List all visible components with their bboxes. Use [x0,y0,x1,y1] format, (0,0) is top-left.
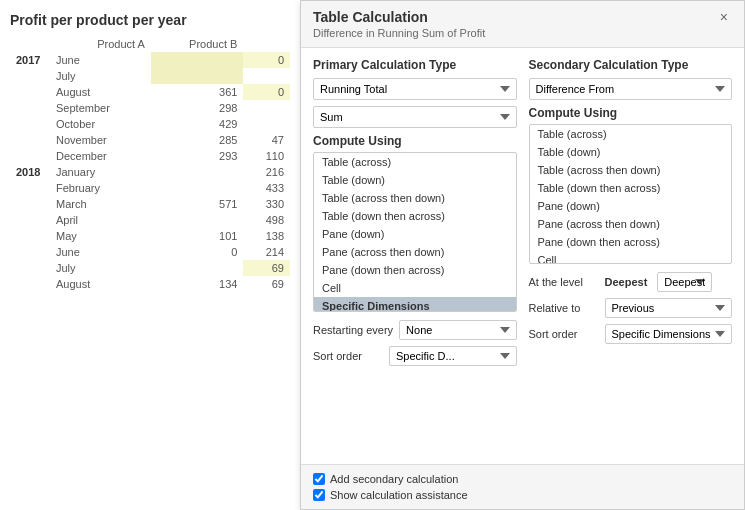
table-row: June0214 [10,244,290,260]
primary-compute-using-label: Compute Using [313,134,517,148]
year-cell [10,84,50,100]
value-a-cell: 298 [151,100,244,116]
year-cell [10,180,50,196]
list-item-cell[interactable]: Cell [314,279,516,297]
restart-every-row: Restarting every None [313,320,517,340]
dialog-title: Table Calculation [313,9,485,25]
footer-checkboxes: Add secondary calculation Show calculati… [313,473,732,501]
sec-list-item-pane-across-then-down[interactable]: Pane (across then down) [530,215,732,233]
sec-list-item-table-down[interactable]: Table (down) [530,143,732,161]
value-a-cell [151,68,244,84]
secondary-compute-using-label: Compute Using [529,106,733,120]
list-item-pane-down-then-across[interactable]: Pane (down then across) [314,261,516,279]
value-a-cell [151,180,244,196]
add-secondary-checkbox-row[interactable]: Add secondary calculation [313,473,732,485]
sec-list-item-pane-down[interactable]: Pane (down) [530,197,732,215]
sec-list-item-table-across[interactable]: Table (across) [530,125,732,143]
sec-list-item-table-across-then-down[interactable]: Table (across then down) [530,161,732,179]
col-header-empty [10,36,50,52]
sort-order-select-right[interactable]: Specific Dimensions [605,324,733,344]
list-item-pane-down[interactable]: Pane (down) [314,225,516,243]
sec-list-item-cell[interactable]: Cell [530,251,732,264]
month-cell: June [50,244,151,260]
year-cell [10,148,50,164]
dialog-header-text: Table Calculation Difference in Running … [313,9,485,39]
list-item-table-down-then-across[interactable]: Table (down then across) [314,207,516,225]
show-assistance-checkbox-row[interactable]: Show calculation assistance [313,489,732,501]
profit-table-panel: Profit per product per year Product A Pr… [0,0,300,510]
add-secondary-checkbox[interactable] [313,473,325,485]
list-item-pane-across-then-down[interactable]: Pane (across then down) [314,243,516,261]
sec-list-item-table-down-then-across[interactable]: Table (down then across) [530,179,732,197]
month-cell: March [50,196,151,212]
relative-to-select[interactable]: Previous Next First Last [605,298,733,318]
table-row: 2018January216 [10,164,290,180]
value-a-cell: 429 [151,116,244,132]
list-item-table-across-then-down[interactable]: Table (across then down) [314,189,516,207]
primary-calc-select[interactable]: Running Total Difference From Percent Di… [313,78,517,100]
year-cell [10,196,50,212]
month-cell: December [50,148,151,164]
add-secondary-label: Add secondary calculation [330,473,458,485]
table-row: July69 [10,260,290,276]
table-row: April498 [10,212,290,228]
value-a-cell [151,212,244,228]
year-cell [10,132,50,148]
month-cell: September [50,100,151,116]
value-a-cell: 101 [151,228,244,244]
value-b-cell: 433 [243,180,290,196]
show-assistance-label: Show calculation assistance [330,489,468,501]
table-row: February433 [10,180,290,196]
year-cell: 2017 [10,52,50,68]
month-cell: May [50,228,151,244]
restart-every-select[interactable]: None [399,320,516,340]
table-row: September298 [10,100,290,116]
dialog-header: Table Calculation Difference in Running … [301,1,744,48]
month-cell: April [50,212,151,228]
list-item-table-across[interactable]: Table (across) [314,153,516,171]
secondary-compute-listbox[interactable]: Table (across) Table (down) Table (acros… [529,124,733,264]
at-level-row: At the level Deepest Deepest [529,272,733,292]
value-a-cell: 0 [151,244,244,260]
at-level-value: Deepest [605,276,648,288]
month-cell: August [50,84,151,100]
dialog-body: Primary Calculation Type Running Total D… [301,48,744,464]
value-b-cell: 47 [243,132,290,148]
year-cell [10,228,50,244]
primary-compute-listbox[interactable]: Table (across) Table (down) Table (acros… [313,152,517,312]
year-cell [10,212,50,228]
value-a-cell: 293 [151,148,244,164]
table-title: Profit per product per year [10,12,290,28]
close-button[interactable]: × [716,9,732,25]
value-b-cell: 0 [243,52,290,68]
value-a-cell: 134 [151,276,244,292]
year-cell [10,260,50,276]
value-b-cell: 0 [243,84,290,100]
value-a-cell: 361 [151,84,244,100]
value-b-cell [243,68,290,84]
table-row: 2017June0 [10,52,290,68]
at-level-select[interactable]: Deepest [657,272,712,292]
aggregation-select[interactable]: Sum Average Count Min Max [313,106,517,128]
month-cell: January [50,164,151,180]
list-item-table-down[interactable]: Table (down) [314,171,516,189]
sec-list-item-pane-down-then-across[interactable]: Pane (down then across) [530,233,732,251]
dialog-footer: Add secondary calculation Show calculati… [301,464,744,509]
sort-order-select-left[interactable]: Specific D... [389,346,517,366]
year-cell [10,276,50,292]
secondary-calc-select[interactable]: Difference From Percent Difference From … [529,78,733,100]
show-assistance-checkbox[interactable] [313,489,325,501]
value-a-cell [151,52,244,68]
list-item-specific-dimensions[interactable]: Specific Dimensions [314,297,516,312]
value-b-cell [243,100,290,116]
relative-to-label: Relative to [529,302,599,314]
col-header-product-b: Product B [151,36,244,52]
sort-order-label-left: Sort order [313,350,383,362]
table-row: August13469 [10,276,290,292]
month-cell: June [50,52,151,68]
profit-table: Product A Product B 2017June0JulyAugust3… [10,36,290,292]
col-header-product-a: Product A [50,36,151,52]
value-b-cell: 69 [243,276,290,292]
year-cell [10,116,50,132]
table-row: August3610 [10,84,290,100]
